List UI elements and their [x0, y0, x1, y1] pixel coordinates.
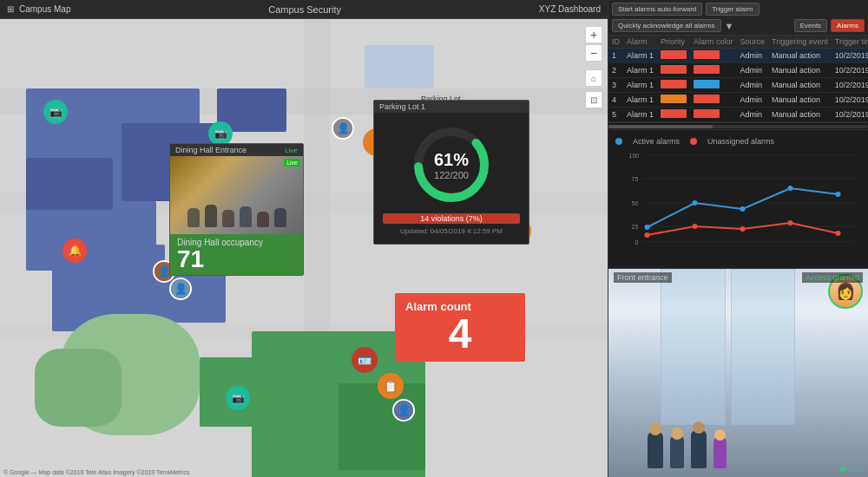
cell-id: 4 [608, 93, 623, 108]
person-4 [713, 437, 727, 468]
top-bar-left: ⊞ Campus Map [7, 4, 70, 14]
table-row[interactable]: 5 Alarm 1 Admin Manual action 10/2/2019 … [608, 108, 868, 122]
svg-text:50: 50 [632, 200, 639, 206]
cell-color [690, 108, 737, 122]
building-light [365, 45, 434, 88]
cell-priority [657, 63, 690, 78]
cell-id: 5 [608, 108, 623, 122]
cell-alarm: Alarm 1 [623, 49, 657, 63]
people-group [648, 430, 727, 468]
chart-area: 100 75 50 25 0 8:00 9:00 10:00 11:00 [615, 151, 861, 246]
top-bar-right: XYZ Dashboard [539, 4, 601, 14]
parking-gauge: 61% 122/200 [408, 121, 495, 208]
trigger-alarm-btn[interactable]: Trigger alarm [706, 3, 759, 16]
person-avatar-4: 👤 [392, 399, 415, 421]
svg-text:9:00: 9:00 [691, 245, 703, 246]
parking-popup-body: 61% 122/200 14 violations (7%) Updated: … [374, 113, 529, 244]
start-alarms-btn[interactable]: Start alarms auto-forward [612, 3, 702, 16]
cell-priority [657, 108, 690, 122]
gauge-percentage: 61% [434, 150, 469, 170]
parking-overflow-bar: 14 violations (7%) [383, 213, 520, 224]
legend-active-label: Active alarms [633, 137, 680, 146]
camera-popup-video: Live [170, 156, 303, 234]
zoom-out-button[interactable]: − [585, 44, 602, 62]
col-alarm: Alarm [623, 36, 657, 49]
cell-alarm: Alarm 1 [623, 108, 657, 122]
col-source: Source [737, 36, 769, 49]
acknowledge-btn[interactable]: Quickly acknowledge all alarms [612, 19, 721, 32]
svg-text:12:00: 12:00 [831, 245, 846, 246]
top-bar: ⊞ Campus Map Campus Security XYZ Dashboa… [0, 0, 608, 19]
door-left [661, 269, 726, 425]
person-2 [670, 435, 684, 468]
home-button[interactable]: ⌂ [585, 69, 602, 87]
building-4 [26, 158, 113, 210]
cell-source: Admin [737, 63, 769, 78]
filter-icon[interactable]: ▼ [725, 21, 734, 31]
svg-text:10:00: 10:00 [737, 245, 753, 246]
dashboard-btn[interactable]: XYZ Dashboard [539, 4, 601, 14]
svg-text:25: 25 [632, 224, 639, 230]
svg-point-26 [836, 231, 841, 236]
camera-access-label: Access granted [802, 272, 863, 283]
chart-legend: Active alarms Unassigned alarms [615, 137, 861, 146]
cell-color [690, 93, 737, 108]
cell-priority [657, 49, 690, 63]
dining-hall-count: 71 [177, 247, 296, 271]
camera-marker-2[interactable]: 📷 [43, 100, 68, 124]
svg-text:11:00: 11:00 [785, 245, 800, 246]
table-row[interactable]: 4 Alarm 1 Admin Manual action 10/2/2019 … [608, 93, 868, 108]
cell-event: Manual action [768, 63, 832, 78]
svg-text:75: 75 [632, 176, 639, 182]
person-3 [691, 430, 707, 468]
alarm-count-popup: Alarm count 4 [395, 293, 525, 362]
svg-point-23 [693, 224, 698, 229]
camera-feed: 👩 [608, 269, 868, 477]
cell-source: Admin [737, 78, 769, 93]
cell-source: Admin [737, 108, 769, 122]
live-label: Live [848, 465, 863, 474]
svg-point-20 [788, 186, 793, 191]
alarms-table-container[interactable]: ID Alarm Priority Alarm color Source Tri… [608, 36, 868, 122]
camera-marker-1[interactable]: 📷 [208, 121, 233, 146]
svg-text:0: 0 [635, 239, 639, 245]
cell-event: Manual action [768, 108, 832, 122]
access-marker-4[interactable]: 📋 [378, 373, 404, 399]
alarm-marker[interactable]: 🔔 [62, 238, 87, 263]
events-btn[interactable]: Events [794, 19, 827, 32]
svg-point-17 [645, 225, 650, 230]
cell-source: Admin [737, 93, 769, 108]
col-color: Alarm color [690, 36, 737, 49]
map-section: ⊞ Campus Map Campus Security XYZ Dashboa… [0, 0, 608, 477]
alarms-table: ID Alarm Priority Alarm color Source Tri… [608, 36, 868, 122]
green-area-2 [35, 349, 122, 427]
live-dot [840, 467, 845, 472]
camera-live-indicator: Live [840, 465, 863, 474]
cell-time: 10/2/2019 2:38:45 AM [832, 93, 868, 108]
layers-button[interactable]: ⊡ [585, 91, 602, 108]
video-frame: Live [170, 156, 303, 234]
alarms-btn[interactable]: Alarms [831, 19, 865, 32]
right-panel: Start alarms auto-forward Trigger alarm … [608, 0, 868, 477]
parking-updated: Updated: 04/05/2019 4:12:59 PM [400, 227, 503, 235]
gauge-sub: 122/200 [434, 170, 469, 180]
legend-active-dot [615, 138, 622, 145]
col-priority: Priority [657, 36, 690, 49]
camera-marker-3[interactable]: 📷 [226, 386, 250, 410]
table-row[interactable]: 2 Alarm 1 Admin Manual action 10/2/2019 … [608, 63, 868, 78]
svg-point-22 [645, 232, 650, 238]
table-row[interactable]: 3 Alarm 1 Admin Manual action 10/2/2019 … [608, 78, 868, 93]
person-1 [648, 432, 663, 468]
dining-hall-popup: Dining Hall Entrance Live Live [169, 143, 304, 276]
legend-unassigned-label: Unassigned alarms [707, 137, 774, 146]
cell-color [690, 78, 737, 93]
svg-point-19 [740, 206, 746, 212]
alarms-section: Start alarms auto-forward Trigger alarm … [608, 0, 868, 130]
zoom-in-button[interactable]: + [585, 26, 602, 43]
col-id: ID [608, 36, 623, 49]
access-marker-3[interactable]: 🪪 [352, 347, 378, 373]
cell-event: Manual action [768, 93, 832, 108]
cell-color [690, 63, 737, 78]
svg-point-24 [740, 226, 746, 232]
table-row[interactable]: 1 Alarm 1 Admin Manual action 10/2/2019 … [608, 49, 868, 63]
